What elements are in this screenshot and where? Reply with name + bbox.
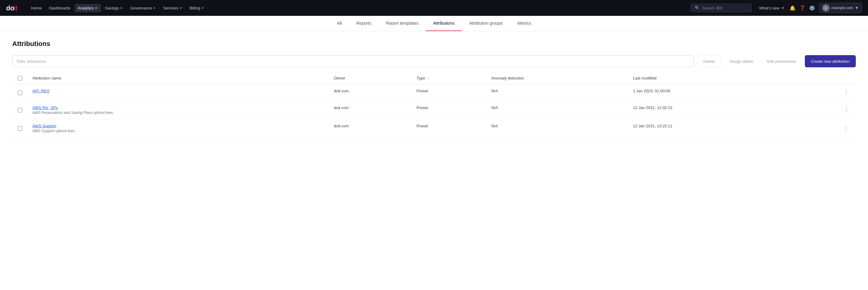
nav-services[interactable]: Services ▼ — [160, 4, 186, 12]
tab-reports[interactable]: Reports — [349, 16, 379, 31]
attribution-name-link[interactable]: API: REQ — [32, 88, 50, 93]
row-anomaly-cell: N/A — [487, 119, 628, 138]
search-icon: 🔍 — [695, 5, 700, 10]
account-dropdown-caret: ▼ — [855, 6, 859, 10]
row-type-cell: Preset — [412, 84, 487, 101]
row-modified-cell: 12 Jan 2021, 13:22:11 — [628, 119, 793, 138]
nav-billing[interactable]: Billing ▼ — [186, 4, 207, 12]
row-actions-cell: ⋮ — [793, 119, 856, 138]
row-owner-cell: doit.com — [329, 101, 412, 119]
page-title: Attributions — [12, 40, 856, 48]
row-actions-cell: ⋮ — [793, 84, 856, 101]
account-label: example.com — [831, 6, 853, 10]
savings-dropdown-caret: ▼ — [120, 6, 123, 10]
tab-bar: All Reports Report templates Attribution… — [0, 16, 868, 31]
nav-dashboards[interactable]: Dashboards — [46, 4, 73, 12]
row-checkbox[interactable] — [18, 90, 22, 95]
row-actions-cell: ⋮ — [793, 101, 856, 119]
create-new-attribution-button[interactable]: Create new attribution — [805, 55, 856, 67]
row-more-button[interactable]: ⋮ — [842, 88, 851, 97]
filter-input[interactable] — [12, 55, 694, 67]
row-owner-cell: doit.com — [329, 119, 412, 138]
table-row: API: REQ doit.com Preset N/A 1 Jan 2023,… — [12, 84, 856, 101]
notifications-icon[interactable]: 🔔 — [788, 4, 797, 12]
attribution-name-link[interactable]: AWS Support — [32, 124, 56, 128]
table-header-name: Attribution name — [28, 72, 329, 84]
row-name-cell: API: REQ — [28, 84, 329, 101]
row-checkbox-cell — [12, 101, 28, 119]
row-checkbox-cell — [12, 84, 28, 101]
attribution-description: AWS Support upfront fees — [32, 129, 324, 133]
whats-new-button[interactable]: What's new ✦ — [756, 4, 787, 12]
top-navigation: do it Home Dashboards Analytics ▼ Saving… — [0, 0, 868, 16]
whats-new-label: What's new — [759, 6, 779, 10]
svg-text:do: do — [6, 4, 14, 12]
table-header-anomaly: Anomaly detection — [487, 72, 628, 84]
table-row: AWS Support AWS Support upfront fees doi… — [12, 119, 856, 138]
row-checkbox-cell — [12, 119, 28, 138]
row-owner-cell: doit.com — [329, 84, 412, 101]
type-sort-icon: ↓ — [428, 76, 429, 80]
svg-text:it: it — [13, 4, 18, 12]
row-modified-cell: 1 Jan 2023, 01:00:00 — [628, 84, 793, 101]
table-header-row: Attribution name Owner Type ↓ Anomaly de… — [12, 72, 856, 84]
row-type-cell: Preset — [412, 101, 487, 119]
nav-savings[interactable]: Savings ▼ — [102, 4, 126, 12]
nav-right-actions: What's new ✦ 🔔 ❓ ⚙️ E example.com ▼ — [756, 3, 862, 13]
attribution-name-link[interactable]: AWS RIs, SPs — [32, 105, 58, 110]
row-type-cell: Preset — [412, 119, 487, 138]
nav-home[interactable]: Home — [28, 4, 45, 12]
avatar: E — [822, 4, 830, 11]
tab-report-templates[interactable]: Report templates — [379, 16, 426, 31]
delete-button[interactable]: Delete — [697, 55, 721, 67]
analytics-dropdown-caret: ▼ — [95, 6, 98, 10]
row-anomaly-cell: N/A — [487, 84, 628, 101]
tab-all[interactable]: All — [330, 16, 349, 31]
billing-dropdown-caret: ▼ — [201, 6, 204, 10]
row-anomaly-cell: N/A — [487, 101, 628, 119]
main-content: Attributions Delete Assign labels Edit p… — [0, 31, 868, 146]
help-icon[interactable]: ❓ — [798, 4, 807, 12]
table-header-owner: Owner — [329, 72, 412, 84]
row-more-button[interactable]: ⋮ — [842, 105, 851, 113]
row-checkbox[interactable] — [18, 108, 22, 112]
attributions-table: Attribution name Owner Type ↓ Anomaly de… — [12, 72, 856, 138]
tab-attributions[interactable]: Attributions — [426, 16, 462, 31]
toolbar: Delete Assign labels Edit permissions Cr… — [12, 55, 856, 67]
table-header-modified: Last modified — [628, 72, 793, 84]
row-name-cell: AWS Support AWS Support upfront fees — [28, 119, 329, 138]
tab-attribution-groups[interactable]: Attribution groups — [462, 16, 510, 31]
table-header-actions — [793, 72, 856, 84]
assign-labels-button[interactable]: Assign labels — [724, 55, 759, 67]
select-all-checkbox[interactable] — [18, 76, 22, 80]
services-dropdown-caret: ▼ — [179, 6, 182, 10]
tab-metrics[interactable]: Metrics — [510, 16, 538, 31]
search-bar[interactable]: 🔍 Search ⌘K — [691, 4, 752, 12]
logo[interactable]: do it — [6, 4, 22, 12]
whats-new-star-icon: ✦ — [781, 5, 785, 10]
edit-permissions-button[interactable]: Edit permissions — [762, 55, 802, 67]
table-header-type[interactable]: Type ↓ — [412, 72, 487, 84]
settings-icon[interactable]: ⚙️ — [808, 4, 816, 12]
table-header-checkbox — [12, 72, 28, 84]
nav-analytics[interactable]: Analytics ▼ — [75, 4, 101, 12]
row-name-cell: AWS RIs, SPs AWS Reservations and Saving… — [28, 101, 329, 119]
row-checkbox[interactable] — [18, 126, 22, 131]
row-modified-cell: 12 Jan 2021, 12:02:22 — [628, 101, 793, 119]
account-menu[interactable]: E example.com ▼ — [819, 3, 862, 13]
governance-dropdown-caret: ▼ — [153, 6, 156, 10]
search-placeholder: Search ⌘K — [702, 6, 722, 10]
row-more-button[interactable]: ⋮ — [842, 124, 851, 132]
table-row: AWS RIs, SPs AWS Reservations and Saving… — [12, 101, 856, 119]
attribution-description: AWS Reservations and Saving Plans upfron… — [32, 111, 324, 115]
nav-governance[interactable]: Governance ▼ — [127, 4, 159, 12]
